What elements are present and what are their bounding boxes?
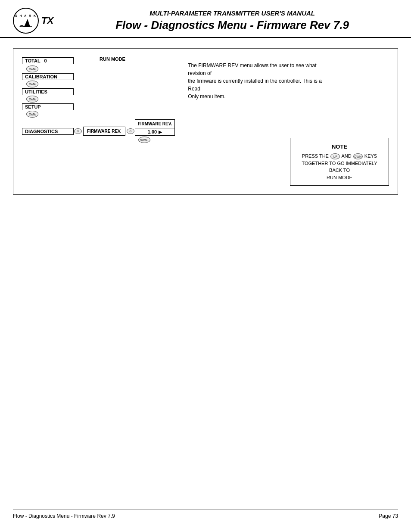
note-keys-text: KEYS [364,153,377,159]
desc-line1: The FIRMWARE REV menu allows the user to… [188,62,334,77]
calibration-down-btn[interactable]: DWN↓ [26,81,38,87]
menu-item-setup: SETUP DWN↓ [22,103,175,118]
firmware-rev-box-1: FIRMWARE REV. [83,127,125,136]
tx-badge: TX [41,15,53,26]
note-press-text: PRESS THE [302,153,329,159]
left-panel: RUN MODE TOTAL 0 DWN↓ CALIBRATION DWN↓ U… [22,57,175,186]
menu-item-utilities: UTILITIES DWN↓ [22,88,175,103]
firmware-rev-box-2-wrapper: FIRMWARE REV. 1.00 ▶ DWN↓ [135,119,175,143]
note-title: NOTE [296,143,383,151]
note-together-text: TOGETHER TO GO IMMEDIATELY BACK TO [302,161,377,173]
firmware-rev-box-2: FIRMWARE REV. [135,119,175,128]
desc-line2: the firmware is currently installed in t… [188,77,334,93]
note-and-text: AND [341,153,351,159]
logo-letters: S H A R K [15,14,37,17]
menu-item-calibration: CALIBRATION DWN↓ [22,73,175,87]
diagnostics-box: DIAGNOSTICS [22,128,74,135]
note-box: NOTE PRESS THE UP AND DWN KEYS TOGETHER … [290,138,389,186]
calibration-box: CALIBRATION [22,73,74,80]
manual-title: MULTI-PARAMETER TRANSMITTER USER'S MANUA… [66,9,398,17]
firmware-value-display: 1.00 ▶ [135,128,175,136]
utilities-down-btn[interactable]: DWN↓ [26,96,38,103]
enter-btn-1[interactable]: ⊙ [74,128,82,134]
diagram-box: RUN MODE TOTAL 0 DWN↓ CALIBRATION DWN↓ U… [13,48,398,195]
run-mode-label: RUN MODE [100,56,125,62]
total-down-btn[interactable]: DWN↓ [26,65,38,72]
shark-fin-icon [18,18,34,28]
note-body: PRESS THE UP AND DWN KEYS TOGETHER TO GO… [296,152,383,181]
enter-btn-2[interactable]: ⊙ [127,128,134,134]
page-title: Flow - Diagnostics Menu - Firmware Rev 7… [66,19,398,32]
note-run-mode-text: RUN MODE [327,175,352,180]
firmware-down-btn-wrapper: DWN↓ [135,137,175,143]
menu-item-total: TOTAL 0 DWN↓ [22,57,175,72]
header-text-area: MULTI-PARAMETER TRANSMITTER USER'S MANUA… [66,9,398,32]
footer-left: Flow - Diagnostics Menu - Firmware Rev 7… [13,513,115,519]
total-box: TOTAL 0 [22,57,74,64]
logo-area: S H A R K TX [13,8,58,34]
note-down-key: DWN [353,153,363,159]
setup-box: SETUP [22,103,74,110]
value-right-arrow: ▶ [159,130,162,134]
firmware-down-btn[interactable]: DWN↓ [138,137,150,143]
desc-line3: Only menu item. [188,93,334,100]
main-content: RUN MODE TOTAL 0 DWN↓ CALIBRATION DWN↓ U… [0,40,411,203]
page-footer: Flow - Diagnostics Menu - Firmware Rev 7… [13,509,398,519]
svg-marker-0 [24,19,30,27]
page-header: S H A R K TX MULTI-PARAMETER TRANSMITTER… [0,0,411,38]
shark-logo: S H A R K [13,8,39,34]
setup-down-btn[interactable]: DWN↓ [26,111,38,118]
utilities-box: UTILITIES [22,88,74,95]
note-up-key: UP [330,153,340,159]
footer-right: Page 73 [379,513,398,519]
menu-item-diagnostics: DIAGNOSTICS ⊙ FIRMWARE REV. ⊙ FIRMWARE R… [22,119,175,143]
